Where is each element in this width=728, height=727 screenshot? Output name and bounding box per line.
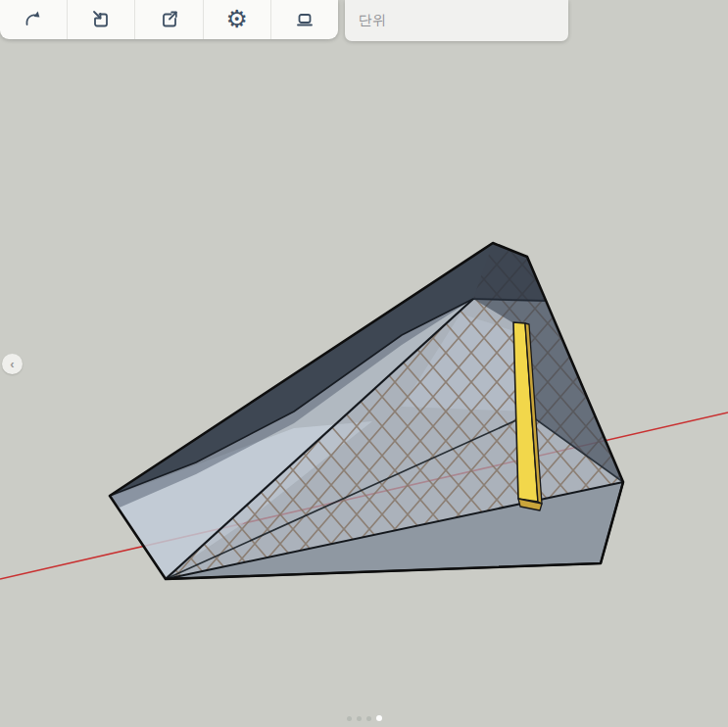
page-dot[interactable]: [376, 715, 382, 721]
model-viewport[interactable]: [0, 0, 728, 727]
device-button[interactable]: [270, 0, 338, 39]
wedge-model[interactable]: [98, 225, 647, 598]
import-icon: [89, 8, 113, 31]
redo-button[interactable]: [0, 0, 67, 39]
collapse-panel-button[interactable]: ‹: [2, 354, 23, 374]
settings-gear-icon: ⚙: [226, 7, 248, 31]
page-dot[interactable]: [357, 716, 362, 721]
device-icon: [293, 8, 316, 31]
page-dot[interactable]: [366, 716, 371, 721]
import-button[interactable]: [67, 0, 134, 39]
unit-label: 단위: [345, 12, 386, 29]
settings-button[interactable]: ⚙: [203, 0, 270, 39]
export-button[interactable]: [134, 0, 202, 39]
page-indicator[interactable]: [0, 714, 728, 722]
redo-icon: [22, 8, 45, 31]
unit-panel[interactable]: 단위: [345, 0, 568, 41]
chevron-left-icon: ‹: [10, 357, 14, 371]
export-icon: [158, 8, 181, 31]
toolbar: ⚙: [0, 0, 338, 39]
page-dot[interactable]: [347, 716, 352, 721]
